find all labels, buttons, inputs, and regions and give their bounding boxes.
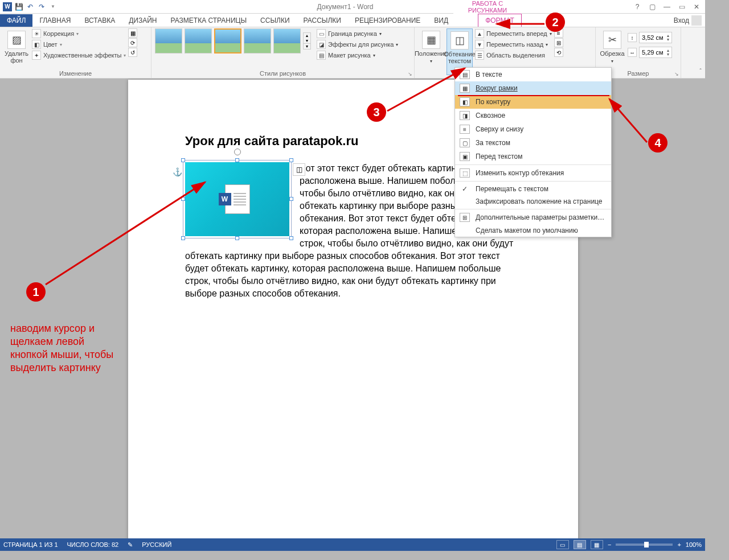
resize-handle[interactable] (289, 197, 293, 201)
picture-effects-button[interactable]: ◪Эффекты для рисунка▾ (317, 39, 398, 50)
height-input[interactable]: 3,52 см▴▾ (639, 32, 672, 43)
selection-pane-button[interactable]: ☰Область выделения (475, 50, 552, 60)
zoom-out[interactable]: − (608, 541, 611, 548)
picture-styles-gallery[interactable]: ▴ ▾ ▾ (155, 28, 311, 53)
resize-handle[interactable] (181, 236, 185, 240)
tab-view[interactable]: ВИД (427, 14, 455, 27)
resize-handle[interactable] (235, 158, 239, 162)
wrap-tight-icon: ◧ (460, 97, 470, 106)
height-icon: ↕ (628, 33, 637, 42)
rotate-handle[interactable] (234, 149, 241, 155)
width-input[interactable]: 5,29 см▴▾ (639, 47, 672, 58)
group-adjust-label: Изменение (3, 70, 148, 78)
artistic-effects-button[interactable]: ✦Художественные эффекты▾ (32, 50, 126, 60)
style-thumb-selected[interactable] (214, 28, 241, 53)
annotation-badge-2: 2 (546, 13, 565, 32)
set-default-layout[interactable]: Сделать макетом по умолчанию (455, 224, 611, 237)
wrap-through-icon: ◨ (460, 111, 470, 120)
send-backward-button[interactable]: ▼Переместить назад▾ (475, 39, 552, 50)
resize-handle[interactable] (181, 158, 185, 162)
compress-pictures-icon[interactable]: ▦ (128, 28, 137, 38)
crop-button[interactable]: ✂ Обрезка ▾ (599, 28, 625, 67)
view-print-layout[interactable]: ▤ (574, 540, 586, 549)
gallery-more[interactable]: ▾ (304, 43, 310, 49)
redo-icon[interactable]: ↷ (36, 2, 47, 12)
wrap-front[interactable]: ▣Перед текстом (455, 150, 611, 163)
maximize-icon[interactable]: ▭ (677, 2, 687, 12)
size-dialog-launcher[interactable]: ↘ (674, 71, 679, 77)
anchor-icon: ⚓ (173, 166, 182, 178)
status-proofing-icon[interactable]: ✎ (128, 541, 133, 549)
tab-file[interactable]: ФАЙЛ (0, 14, 32, 27)
tab-insert[interactable]: ВСТАВКА (77, 14, 122, 27)
resize-handle[interactable] (235, 236, 239, 240)
status-bar: СТРАНИЦА 1 ИЗ 1 ЧИСЛО СЛОВ: 82 ✎ РУССКИЙ… (0, 538, 705, 551)
minimize-icon[interactable]: — (662, 2, 672, 12)
wrap-tight[interactable]: ◧По контуру (455, 95, 611, 109)
resize-handle[interactable] (289, 158, 293, 162)
title-bar: W 💾 ↶ ↷ ▼ Документ1 - Word РАБОТА С РИСУ… (0, 0, 705, 14)
save-icon[interactable]: 💾 (14, 2, 24, 12)
picture-layout-button[interactable]: ▤Макет рисунка▾ (317, 50, 398, 60)
wrap-square[interactable]: ▦Вокруг рамки (455, 81, 611, 95)
view-web-layout[interactable]: ▦ (591, 540, 603, 549)
tab-page-layout[interactable]: РАЗМЕТКА СТРАНИЦЫ (164, 14, 254, 27)
status-language[interactable]: РУССКИЙ (142, 541, 171, 548)
inserted-picture[interactable]: ⚓ ◫ W (185, 162, 289, 236)
wrap-through[interactable]: ◨Сквозное (455, 109, 611, 122)
gallery-scroll-up[interactable]: ▴ (304, 33, 310, 38)
edit-wrap-points[interactable]: ⬚Изменить контур обтекания (455, 166, 611, 180)
wrap-text-icon: ◫ (450, 31, 469, 50)
undo-icon[interactable]: ↶ (25, 2, 35, 12)
color-icon: ◧ (32, 40, 41, 49)
status-page[interactable]: СТРАНИЦА 1 ИЗ 1 (3, 541, 58, 548)
style-thumb[interactable] (273, 28, 301, 53)
collapse-ribbon-icon[interactable]: ˆ (699, 68, 702, 75)
tab-design[interactable]: ДИЗАЙН (122, 14, 163, 27)
qat-customize-icon[interactable]: ▼ (48, 2, 58, 12)
zoom-level[interactable]: 100% (686, 541, 702, 548)
resize-handle[interactable] (289, 236, 293, 240)
styles-dialog-launcher[interactable]: ↘ (408, 71, 412, 77)
style-thumb[interactable] (155, 28, 182, 53)
wrap-top-bottom[interactable]: ≡Сверху и снизу (455, 122, 611, 136)
view-read-mode[interactable]: ▭ (556, 540, 569, 549)
layout-options-icon[interactable]: ◫ (293, 163, 305, 176)
zoom-slider[interactable] (616, 543, 673, 546)
sign-in[interactable]: Вход (674, 15, 705, 26)
width-icon: ↔ (628, 48, 637, 57)
wrap-behind[interactable]: ▢За текстом (455, 136, 611, 150)
zoom-in[interactable]: + (677, 541, 681, 548)
wrap-behind-icon: ▢ (460, 138, 470, 147)
tab-home[interactable]: ГЛАВНАЯ (32, 14, 77, 27)
style-thumb[interactable] (244, 28, 271, 53)
color-button[interactable]: ◧Цвет▾ (32, 39, 126, 50)
quick-access-toolbar: W 💾 ↶ ↷ ▼ (0, 2, 58, 12)
resize-handle[interactable] (181, 197, 185, 201)
remove-background-button[interactable]: ▨ Удалить фон (3, 28, 30, 66)
move-with-text[interactable]: ✓Перемещать с текстом (455, 183, 611, 195)
close-icon[interactable]: ✕ (691, 2, 702, 12)
picture-border-button[interactable]: ▭Граница рисунка▾ (317, 28, 398, 39)
reset-picture-icon[interactable]: ↺ (128, 48, 137, 57)
status-word-count[interactable]: ЧИСЛО СЛОВ: 82 (67, 541, 119, 548)
tab-references[interactable]: ССЫЛКИ (253, 14, 296, 27)
more-layout-options[interactable]: ⊞Дополнительные параметры разметки… (455, 211, 611, 224)
bring-forward-button[interactable]: ▲Переместить вперед▾ (475, 28, 552, 39)
tab-review[interactable]: РЕЦЕНЗИРОВАНИЕ (348, 14, 427, 27)
help-icon[interactable]: ? (632, 2, 642, 12)
gallery-scroll-down[interactable]: ▾ (304, 38, 310, 43)
rotate-button[interactable]: ⟲ (554, 48, 563, 57)
position-button[interactable]: ▦ Положение ▾ (418, 28, 444, 67)
tab-mailings[interactable]: РАССЫЛКИ (297, 14, 348, 27)
group-button[interactable]: ⊞ (554, 38, 563, 47)
change-picture-icon[interactable]: ⟳ (128, 38, 137, 47)
style-thumb[interactable] (185, 28, 212, 53)
wrap-inline[interactable]: ▤В тексте (455, 68, 611, 81)
corrections-button[interactable]: ☀Коррекция▾ (32, 28, 126, 39)
tab-format[interactable]: ФОРМАТ (478, 14, 522, 27)
ribbon-display-icon[interactable]: ▢ (647, 2, 657, 12)
fix-position[interactable]: Зафиксировать положение на странице (455, 195, 611, 208)
wrap-square-icon: ▦ (460, 84, 470, 93)
position-icon: ▦ (422, 31, 440, 49)
